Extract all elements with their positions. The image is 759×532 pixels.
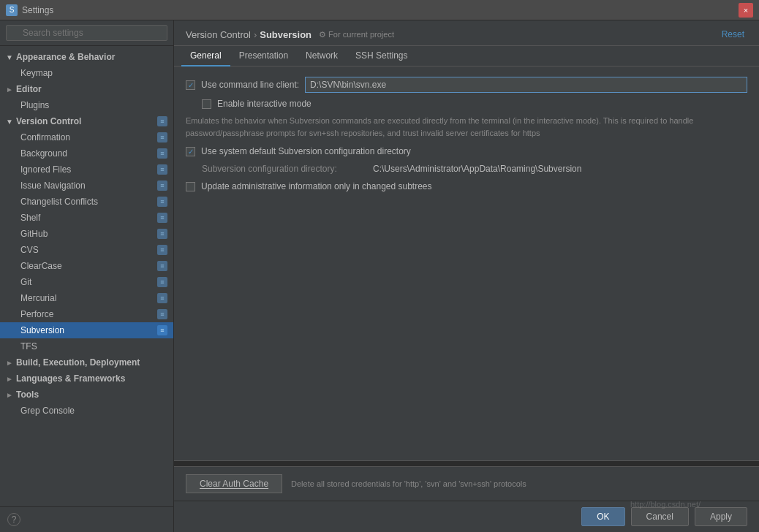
titlebar: S Settings × [0, 0, 759, 20]
sidebar-item-perforce[interactable]: Perforce≡ [0, 306, 173, 322]
sidebar-item-background[interactable]: Background≡ [0, 145, 173, 162]
tab-presentation[interactable]: Presentation [230, 46, 297, 66]
vcs-indicator: ≡ [157, 164, 167, 175]
breadcrumb-separator: › [254, 29, 257, 40]
cmd-client-checkbox[interactable] [186, 80, 195, 90]
settings-body: Use command line client: Enable interact… [174, 66, 759, 460]
horizontal-scrollbar[interactable] [174, 460, 759, 466]
sidebar-item-tfs[interactable]: TFS [0, 338, 173, 354]
vcs-indicator: ≡ [157, 197, 167, 207]
search-input[interactable] [6, 25, 167, 41]
sidebar-item-languages-frameworks[interactable]: ►Languages & Frameworks [0, 370, 173, 387]
bottom-bar: Clear Auth Cache Delete all stored crede… [174, 466, 759, 501]
vcs-indicator: ≡ [157, 309, 167, 319]
content-header: Version Control › Subversion ⚙ For curre… [174, 20, 759, 46]
vcs-indicator: ≡ [157, 148, 167, 159]
sidebar-item-grep-console[interactable]: Grep Console [0, 403, 173, 419]
sidebar-item-subversion[interactable]: Subversion≡ [0, 322, 173, 338]
search-wrapper [6, 25, 167, 41]
sidebar-tree: ▼Appearance & BehaviorKeymap►EditorPlugi… [0, 46, 173, 506]
vcs-indicator: ≡ [157, 213, 167, 223]
config-dir-value: C:\Users\Administrator\AppData\Roaming\S… [370, 162, 584, 175]
interactive-mode-checkbox[interactable] [202, 99, 211, 109]
cmd-client-input[interactable] [305, 77, 747, 93]
clear-auth-button[interactable]: Clear Auth Cache [186, 474, 282, 493]
sidebar-item-git[interactable]: Git≡ [0, 274, 173, 290]
vcs-indicator: ≡ [157, 116, 167, 126]
sidebar: ▼Appearance & BehaviorKeymap►EditorPlugi… [0, 20, 174, 532]
tab-bar: GeneralPresentationNetworkSSH Settings [174, 46, 759, 66]
sidebar-item-appearance[interactable]: ▼Appearance & Behavior [0, 49, 173, 65]
system-default-label: Use system default Subversion configurat… [201, 146, 411, 156]
for-project-text: ⚙ For current project [319, 30, 394, 39]
tab-network[interactable]: Network [297, 46, 347, 66]
sidebar-item-issue-navigation[interactable]: Issue Navigation≡ [0, 178, 173, 194]
sidebar-item-version-control[interactable]: ▼Version Control≡ [0, 113, 173, 129]
apply-button[interactable]: Apply [695, 507, 747, 526]
sidebar-item-keymap[interactable]: Keymap [0, 65, 173, 81]
update-admin-label: Update administrative information only i… [201, 181, 432, 191]
system-default-row: Use system default Subversion configurat… [186, 146, 747, 156]
update-admin-checkbox[interactable] [186, 182, 195, 191]
sidebar-item-shelf[interactable]: Shelf≡ [0, 210, 173, 226]
vcs-indicator: ≡ [157, 229, 167, 239]
info-text: Emulates the behavior when Subversion co… [186, 115, 747, 139]
tab-general[interactable]: General [181, 46, 230, 66]
interactive-mode-row: Enable interactive mode [202, 99, 747, 109]
vcs-indicator: ≡ [157, 245, 167, 255]
vcs-indicator: ≡ [157, 293, 167, 303]
breadcrumb-current: Subversion [260, 29, 311, 40]
app-icon: S [6, 4, 18, 16]
cmd-client-label: Use command line client: [201, 80, 299, 90]
clear-auth-hint: Delete all stored credentials for 'http'… [291, 479, 526, 488]
sidebar-item-changelist-conflicts[interactable]: Changelist Conflicts≡ [0, 194, 173, 210]
sidebar-item-plugins[interactable]: Plugins [0, 97, 173, 113]
config-dir-label: Subversion configuration directory: [202, 164, 363, 174]
sidebar-item-confirmation[interactable]: Confirmation≡ [0, 129, 173, 145]
sidebar-item-editor[interactable]: ►Editor [0, 81, 173, 97]
system-default-checkbox[interactable] [186, 147, 195, 156]
sidebar-item-github[interactable]: GitHub≡ [0, 226, 173, 242]
close-button[interactable]: × [739, 3, 753, 18]
action-buttons: OK Cancel Apply [174, 501, 759, 532]
sidebar-item-tools[interactable]: ►Tools [0, 387, 173, 403]
sidebar-item-ignored-files[interactable]: Ignored Files≡ [0, 162, 173, 178]
vcs-indicator: ≡ [157, 261, 167, 271]
cancel-button[interactable]: Cancel [631, 507, 689, 526]
help-icon[interactable]: ? [7, 513, 20, 526]
window-title: Settings [22, 5, 734, 15]
vcs-indicator: ≡ [157, 180, 167, 191]
tab-ssh-settings[interactable]: SSH Settings [347, 46, 416, 66]
breadcrumb: Version Control › Subversion ⚙ For curre… [186, 29, 394, 40]
search-bar [0, 20, 173, 46]
vcs-indicator: ≡ [157, 277, 167, 287]
sidebar-item-build-execution[interactable]: ►Build, Execution, Deployment [0, 354, 173, 370]
reset-button[interactable]: Reset [719, 28, 747, 41]
config-dir-row: Subversion configuration directory: C:\U… [202, 162, 747, 175]
ok-button[interactable]: OK [581, 507, 624, 526]
sidebar-item-cvs[interactable]: CVS≡ [0, 242, 173, 258]
content-area: Version Control › Subversion ⚙ For curre… [174, 20, 759, 532]
sidebar-item-clearcase[interactable]: ClearCase≡ [0, 258, 173, 274]
cmd-client-row: Use command line client: [186, 77, 747, 93]
sidebar-item-mercurial[interactable]: Mercurial≡ [0, 290, 173, 306]
main-container: ▼Appearance & BehaviorKeymap►EditorPlugi… [0, 20, 759, 532]
vcs-indicator: ≡ [157, 325, 167, 335]
interactive-mode-label: Enable interactive mode [217, 99, 311, 109]
vcs-indicator: ≡ [157, 132, 167, 142]
breadcrumb-parent: Version Control [186, 29, 251, 40]
update-admin-row: Update administrative information only i… [186, 181, 747, 191]
